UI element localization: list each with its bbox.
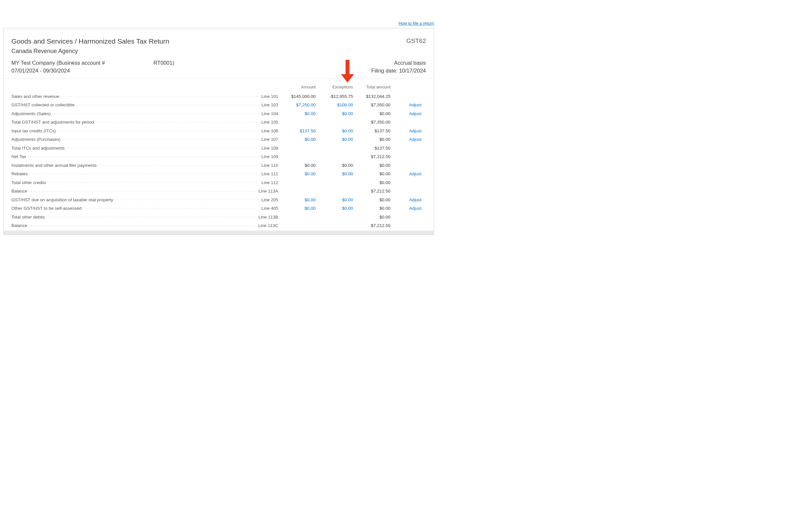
exceptions-cell: -$12,955.75: [316, 94, 353, 99]
lines-container: Sales and other revenueLine 101$145,000.…: [4, 93, 434, 231]
leader-dots: [76, 102, 259, 107]
exceptions-cell[interactable]: $0.00: [316, 129, 353, 133]
line-number: Line 205: [261, 197, 278, 202]
line-label: GST/HST collected or collectible: [12, 102, 74, 107]
line-description: RebatesLine 111: [12, 171, 278, 176]
line-description: Other GST/HST to be self-assessedLine 40…: [12, 206, 278, 211]
leader-dots: [29, 188, 256, 193]
amount-cell: $0.00: [278, 163, 316, 168]
line-label: Adjustments (Sales): [12, 111, 51, 116]
leader-dots: [60, 93, 259, 98]
total-cell: $7,350.00: [353, 120, 390, 125]
col-header-amount: Amount: [278, 84, 316, 90]
adjust-link[interactable]: Adjust: [409, 171, 421, 176]
line-number: Line 101: [261, 94, 278, 99]
exceptions-cell[interactable]: $0.00: [316, 206, 353, 211]
line-label: Total other credits: [12, 180, 46, 185]
line-description: GST/HST due on acquisition of taxable re…: [12, 197, 278, 202]
adjust-link[interactable]: Adjust: [409, 129, 421, 133]
adjust-cell: Adjust: [390, 197, 421, 202]
line-description: Total other debitsLine 113B: [12, 214, 278, 220]
line-label: Total ITCs and adjustments: [12, 146, 65, 151]
line-description: Input tax credits (ITCs)Line 106: [12, 128, 278, 133]
line-label: Total other debits: [12, 215, 45, 220]
line-number: Line 109: [261, 154, 278, 159]
adjust-cell: Adjust: [390, 137, 421, 142]
adjust-link[interactable]: Adjust: [409, 206, 421, 211]
line-description: Total other creditsLine 112: [12, 179, 278, 185]
return-panel: Goods and Services / Harmonized Sales Ta…: [3, 28, 434, 235]
exceptions-cell[interactable]: $0.00: [316, 171, 353, 176]
total-cell: $137.50: [353, 146, 390, 151]
line-description: Adjustments (Sales)Line 104: [12, 111, 278, 116]
amount-cell[interactable]: $0.00: [278, 111, 316, 116]
form-code: GST62: [406, 37, 426, 44]
adjust-link[interactable]: Adjust: [409, 111, 421, 116]
amount-cell[interactable]: $7,250.00: [278, 102, 316, 107]
tax-line-row: Instalments and other annual filer payme…: [4, 162, 434, 170]
exceptions-cell[interactable]: $0.00: [316, 137, 353, 142]
adjust-link[interactable]: Adjust: [409, 137, 421, 142]
total-cell: $137.50: [353, 129, 390, 133]
amount-cell[interactable]: $137.50: [278, 129, 316, 133]
help-file-return-link[interactable]: How to file a return: [399, 21, 434, 26]
line-number: Line 104: [261, 111, 278, 116]
leader-dots: [57, 128, 259, 132]
adjust-cell: Adjust: [390, 111, 421, 116]
line-label: Net Tax: [12, 154, 26, 159]
total-cell: $0.00: [353, 111, 390, 116]
leader-dots: [28, 154, 259, 158]
amount-cell[interactable]: $0.00: [278, 197, 316, 202]
leader-dots: [29, 171, 259, 176]
exceptions-cell: $0.00: [316, 163, 353, 168]
exceptions-cell[interactable]: $100.00: [316, 102, 353, 107]
accounting-basis: Accrual basis: [371, 60, 426, 66]
tax-line-row: GST/HST collected or collectibleLine 103…: [4, 101, 434, 110]
total-cell: $132,044.25: [353, 94, 390, 99]
adjust-cell: Adjust: [390, 102, 421, 107]
amount-cell[interactable]: $0.00: [278, 171, 316, 176]
line-number: Line 103: [261, 102, 278, 107]
leader-dots: [95, 119, 259, 124]
leader-dots: [29, 223, 256, 227]
tax-line-row: RebatesLine 111$0.00$0.00$0.00Adjust: [4, 170, 434, 179]
meta-left: MY Test Company (Business account # RT00…: [12, 60, 174, 74]
line-number: Line 113A: [258, 189, 278, 193]
line-description: Adjustments (Purchases)Line 107: [12, 137, 278, 142]
tax-line-row: BalanceLine 113A$7,212.50: [4, 188, 434, 196]
agency-name: Canada Revenue Agency: [12, 48, 426, 55]
total-cell: $7,212.50: [353, 223, 390, 228]
leader-dots: [114, 197, 259, 201]
tax-line-row: Total other debitsLine 113B$0.00: [4, 213, 434, 222]
line-label: Adjustments (Purchases): [12, 137, 60, 142]
tax-line-row: Total ITCs and adjustmentsLine 108$137.5…: [4, 145, 434, 153]
adjust-link[interactable]: Adjust: [409, 102, 421, 107]
total-cell: $7,212.50: [353, 154, 390, 159]
tax-line-row: Adjustments (Purchases)Line 107$0.00$0.0…: [4, 136, 434, 145]
line-number: Line 112: [261, 180, 278, 185]
total-cell: $0.00: [353, 137, 390, 142]
tax-line-row: Total other creditsLine 112$0.00: [4, 179, 434, 188]
company-name: MY Test Company (Business account #: [12, 60, 105, 66]
adjust-link[interactable]: Adjust: [409, 197, 421, 202]
tax-line-row: Sales and other revenueLine 101$145,000.…: [4, 93, 434, 101]
line-description: Instalments and other annual filer payme…: [12, 162, 278, 168]
amount-cell[interactable]: $0.00: [278, 137, 316, 142]
exceptions-cell[interactable]: $0.00: [316, 111, 353, 116]
amount-cell[interactable]: $0.00: [278, 206, 316, 211]
line-label: Balance: [12, 189, 28, 193]
line-label: GST/HST due on acquisition of taxable re…: [12, 197, 113, 202]
line-description: Total ITCs and adjustmentsLine 108: [12, 145, 278, 151]
line-number: Line 113B: [258, 215, 278, 220]
line-label: Other GST/HST to be self-assessed: [12, 206, 82, 211]
total-cell: $0.00: [353, 163, 390, 168]
total-cell: $0.00: [353, 197, 390, 202]
exceptions-cell[interactable]: $0.00: [316, 197, 353, 202]
total-cell: $7,350.00: [353, 102, 390, 107]
total-cell: $0.00: [353, 215, 390, 220]
tax-line-row: Net TaxLine 109$7,212.50: [4, 153, 434, 162]
line-number: Line 111: [261, 171, 278, 176]
column-headers: Amount Exceptions Total amount: [4, 79, 434, 93]
line-number: Line 405: [261, 206, 278, 211]
tax-line-row: Input tax credits (ITCs)Line 106$137.50$…: [4, 127, 434, 136]
